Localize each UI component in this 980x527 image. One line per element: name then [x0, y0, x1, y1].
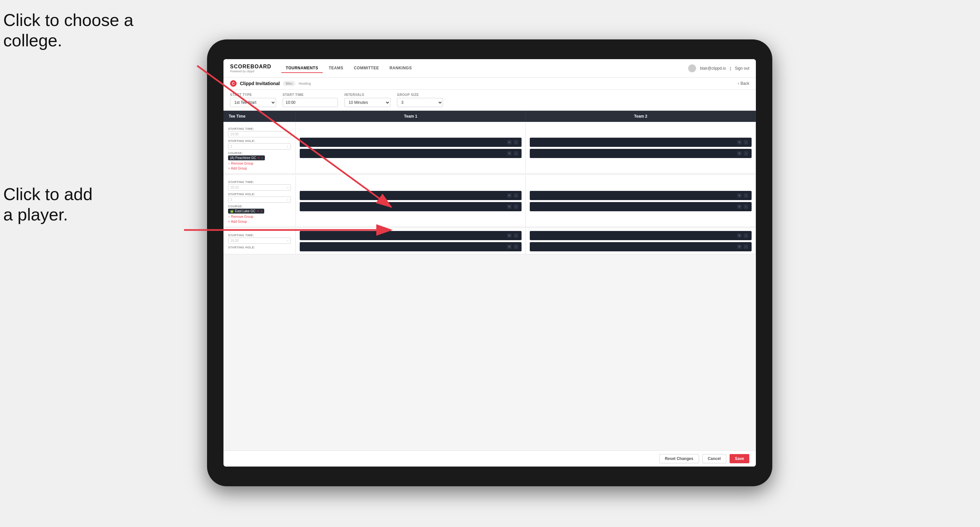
avatar [688, 64, 696, 72]
player-edit-btn[interactable]: ✕ [507, 151, 512, 156]
player-move-btn[interactable]: ↕ [514, 193, 518, 198]
team1-cell-r2: ✕ ↕ ✕ ↕ [296, 175, 526, 227]
start-type-select[interactable]: 1st Tee Start Shotgun [230, 98, 276, 107]
player-edit-btn[interactable]: ✕ [737, 244, 742, 249]
player-move-btn[interactable]: ↕ [744, 204, 748, 209]
player-move-btn[interactable]: ↕ [514, 151, 518, 156]
starting-hole-input-r2[interactable]: 1 ↕ [228, 197, 291, 203]
starting-time-input-r1[interactable]: 10:00 ○ [228, 131, 291, 137]
save-button[interactable]: Save [730, 454, 749, 463]
starting-hole-label-r1: STARTING HOLE: [228, 139, 291, 143]
player-edit-btn[interactable]: ✕ [507, 233, 512, 238]
start-time-input[interactable] [283, 98, 338, 107]
starting-time-label-r2: STARTING TIME: [228, 180, 291, 184]
user-email: blair@clippd.io [700, 66, 726, 71]
starting-hole-input-r1[interactable]: 1 ↕ [228, 143, 291, 149]
sub-header: C Clippd Invitational Men Hosting ‹ Back [223, 78, 756, 90]
player-move-btn[interactable]: ↕ [744, 233, 748, 238]
left-panel-row1: STARTING TIME: 10:00 ○ STARTING HOLE: 1 … [223, 122, 296, 173]
player-slot[interactable]: ✕ ↕ [530, 191, 752, 200]
col-header-tee-time: Tee Time [223, 111, 296, 122]
group-size-label: Group Size [397, 93, 443, 97]
nav-link-teams[interactable]: TEAMS [324, 64, 348, 73]
player-slot[interactable]: ✕ ↕ [300, 138, 522, 147]
start-time-label: Start Time [283, 93, 338, 97]
team1-cell-r1: ✕ ↕ ✕ ↕ [296, 122, 526, 173]
player-move-btn[interactable]: ↕ [744, 244, 748, 249]
brand-title: SCOREBOARD [230, 64, 272, 70]
player-slot[interactable]: ✕ ↕ [300, 242, 522, 251]
player-move-btn[interactable]: ↕ [744, 193, 748, 198]
player-edit-btn[interactable]: ✕ [507, 244, 512, 249]
add-group-r1[interactable]: + Add Group [228, 167, 291, 170]
player-move-btn[interactable]: ↕ [744, 151, 748, 156]
course-tag-r1[interactable]: (A) Peachtree GC ✕ ↕ [228, 156, 265, 160]
tablet-screen: SCOREBOARD Powered by clippd TOURNAMENTS… [223, 59, 756, 467]
left-panel-row2: STARTING TIME: 10:10 ○ STARTING HOLE: 1 … [223, 175, 296, 227]
player-move-btn[interactable]: ↕ [514, 140, 518, 144]
player-edit-btn[interactable]: ✕ [737, 151, 742, 156]
intervals-select[interactable]: 10 Minutes 5 Minutes 15 Minutes [344, 98, 390, 107]
nav-link-rankings[interactable]: RANKINGS [385, 64, 416, 73]
player-move-btn[interactable]: ↕ [744, 140, 748, 144]
player-slot[interactable]: ✕ ↕ [300, 149, 522, 158]
player-move-btn[interactable]: ↕ [514, 204, 518, 209]
group-size-select[interactable]: 3 2 4 [397, 98, 443, 107]
remove-group-r1[interactable]: ○ Remove Group [228, 162, 291, 165]
team2-cell-r3: ✕ ↕ ✕ ↕ [526, 229, 756, 254]
course-label-r1: COURSE: [228, 151, 291, 155]
starting-time-label-r3: STARTING TIME: [228, 233, 291, 237]
player-slot[interactable]: ✕ ↕ [530, 242, 752, 251]
nav-link-tournaments[interactable]: TOURNAMENTS [281, 64, 323, 73]
team2-cell-r1: ✕ ↕ ✕ ↕ [526, 122, 756, 173]
cancel-button[interactable]: Cancel [702, 454, 726, 463]
starting-hole-label-r3: STARTING HOLE: [228, 246, 291, 249]
player-edit-btn[interactable]: ✕ [737, 140, 742, 144]
player-edit-btn[interactable]: ✕ [507, 204, 512, 209]
nav-links: TOURNAMENTS TEAMS COMMITTEE RANKINGS [281, 64, 688, 73]
nav-brand: SCOREBOARD Powered by clippd [230, 64, 272, 73]
main-content: STARTING TIME: 10:00 ○ STARTING HOLE: 1 … [223, 122, 756, 451]
starting-time-input-r3[interactable]: 10:20 ○ [228, 238, 291, 244]
intervals-group: Intervals 10 Minutes 5 Minutes 15 Minute… [344, 93, 390, 107]
starting-time-label-r1: STARTING TIME: [228, 127, 291, 130]
player-edit-btn[interactable]: ✕ [737, 204, 742, 209]
player-move-btn[interactable]: ↕ [514, 233, 518, 238]
table-row: STARTING TIME: 10:10 ○ STARTING HOLE: 1 … [223, 175, 756, 227]
gender-badge: Men [283, 81, 295, 86]
sign-out-link[interactable]: Sign out [735, 66, 749, 71]
player-edit-btn[interactable]: ✕ [507, 140, 512, 144]
col-header-team1: Team 1 [296, 111, 526, 122]
player-slot[interactable]: ✕ ↕ [530, 149, 752, 158]
start-type-label: Start Type [230, 93, 276, 97]
nav-link-committee[interactable]: COMMITTEE [349, 64, 384, 73]
player-slot[interactable]: ✕ ↕ [300, 202, 522, 211]
table-row: STARTING TIME: 10:00 ○ STARTING HOLE: 1 … [223, 122, 756, 174]
brand-logo: C [230, 80, 237, 87]
col-header-team2: Team 2 [526, 111, 756, 122]
player-slot[interactable]: ✕ ↕ [300, 191, 522, 200]
player-edit-btn[interactable]: ✕ [737, 233, 742, 238]
starting-time-input-r2[interactable]: 10:10 ○ [228, 184, 291, 190]
player-slot[interactable]: ✕ ↕ [530, 202, 752, 211]
nav-user: blair@clippd.io | Sign out [688, 64, 749, 72]
starting-hole-label-r2: STARTING HOLE: [228, 192, 291, 196]
annotation-choose-college: Click to choose acollege. [3, 10, 134, 51]
player-slot[interactable]: ✕ ↕ [300, 231, 522, 240]
add-group-r2[interactable]: + Add Group [228, 220, 291, 224]
player-slot[interactable]: ✕ ↕ [530, 138, 752, 147]
player-slot[interactable]: ✕ ↕ [530, 231, 752, 240]
group-size-group: Group Size 3 2 4 [397, 93, 443, 107]
annotation-add-player: Click to adda player. [3, 184, 93, 225]
back-button[interactable]: ‹ Back [738, 81, 749, 86]
nav-separator: | [730, 66, 731, 71]
player-move-btn[interactable]: ↕ [514, 244, 518, 249]
reset-changes-button[interactable]: Reset Changes [659, 454, 699, 463]
player-edit-btn[interactable]: ✕ [507, 193, 512, 198]
player-edit-btn[interactable]: ✕ [737, 193, 742, 198]
remove-group-r2[interactable]: ○ Remove Group [228, 215, 291, 219]
course-tag-r2[interactable]: 🍏 East Lake GC ✕ ↕ [228, 209, 264, 214]
start-type-group: Start Type 1st Tee Start Shotgun [230, 93, 276, 107]
intervals-label: Intervals [344, 93, 390, 97]
nav-bar: SCOREBOARD Powered by clippd TOURNAMENTS… [223, 59, 756, 78]
